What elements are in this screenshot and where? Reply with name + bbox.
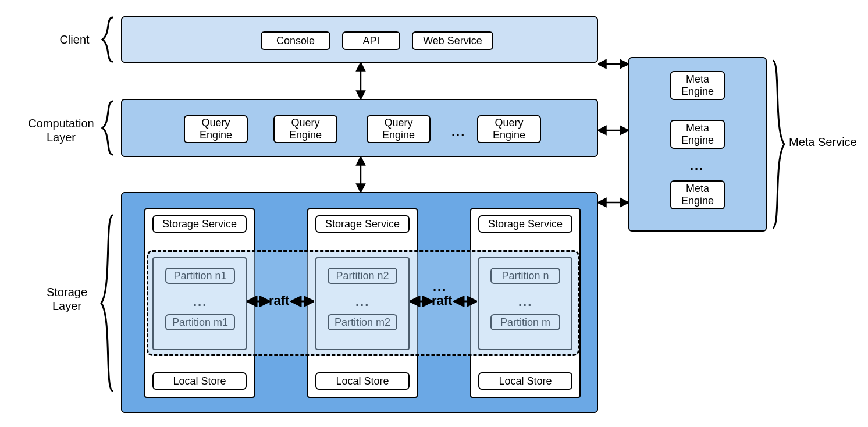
meta-ellipsis: ... xyxy=(690,158,704,173)
client-webservice: Web Service xyxy=(412,31,493,50)
storage-service-1: Storage Service xyxy=(152,215,247,233)
raft-label-2: raft xyxy=(432,293,452,308)
brace-meta xyxy=(769,58,787,230)
client-console: Console xyxy=(261,31,330,50)
arrow-compute-storage xyxy=(355,157,367,192)
storage-label: Storage Layer xyxy=(35,285,99,313)
meta-engine-2: Meta Engine xyxy=(670,120,725,149)
arrow-compute-meta xyxy=(598,124,628,136)
client-api: API xyxy=(342,31,400,50)
arrow-client-meta xyxy=(598,58,628,70)
local-store-3: Local Store xyxy=(478,372,572,390)
local-store-2: Local Store xyxy=(315,372,410,390)
storage-service-3: Storage Service xyxy=(478,215,572,233)
brace-compute xyxy=(99,100,116,156)
raft-label-1: raft xyxy=(269,293,289,308)
meta-label: Meta Service xyxy=(789,135,865,149)
storage-service-2: Storage Service xyxy=(315,215,410,233)
arrow-client-compute xyxy=(355,63,367,99)
query-engine-n: Query Engine xyxy=(477,115,541,143)
meta-engine-n: Meta Engine xyxy=(670,180,725,209)
brace-storage xyxy=(99,213,116,393)
client-label: Client xyxy=(51,33,98,47)
query-engine-1: Query Engine xyxy=(184,115,248,143)
meta-engine-1: Meta Engine xyxy=(670,71,725,100)
raft-node-ellipsis: ... xyxy=(433,279,447,294)
qe-ellipsis: ... xyxy=(451,124,465,140)
brace-client xyxy=(99,16,116,63)
arrow-storage-meta xyxy=(598,197,628,208)
query-engine-3: Query Engine xyxy=(367,115,431,143)
query-engine-2: Query Engine xyxy=(273,115,337,143)
raft-group-box xyxy=(147,250,579,356)
compute-label: Computation Layer xyxy=(23,116,99,144)
local-store-1: Local Store xyxy=(152,372,247,390)
